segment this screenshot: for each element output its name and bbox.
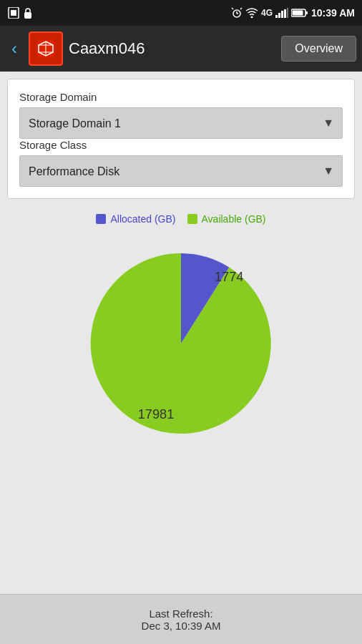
- allocated-color-box: [96, 214, 106, 224]
- battery-icon: [291, 8, 308, 18]
- svg-rect-9: [275, 15, 278, 18]
- app-title: Caaxm046: [69, 39, 275, 58]
- lock-icon: [23, 7, 33, 19]
- storage-domain-label: Storage Domain: [19, 91, 343, 103]
- status-icons-right: 4G 10:39 AM: [231, 7, 355, 19]
- storage-class-label: Storage Class: [19, 139, 343, 151]
- form-card: Storage Domain Storage Domain 1 ▼ Storag…: [7, 79, 355, 199]
- available-color-box: [187, 214, 197, 224]
- storage-class-field: Storage Class Performance Disk ▼: [19, 139, 343, 187]
- storage-domain-field: Storage Domain Storage Domain 1 ▼: [19, 91, 343, 139]
- sim-icon: [7, 7, 20, 19]
- top-nav-bar: ‹ Caaxm046 Overview: [0, 26, 362, 72]
- svg-rect-10: [278, 13, 280, 18]
- storage-domain-select[interactable]: Storage Domain 1: [19, 107, 343, 139]
- legend-allocated: Allocated (GB): [96, 213, 175, 225]
- svg-point-8: [251, 16, 253, 19]
- svg-rect-13: [287, 8, 288, 18]
- storage-domain-select-wrapper: Storage Domain 1 ▼: [19, 107, 343, 139]
- pie-chart-container: 1774 17981: [81, 243, 281, 444]
- wifi-icon: [245, 8, 258, 18]
- allocated-label: Allocated (GB): [110, 213, 175, 225]
- legend-available: Available (GB): [187, 213, 266, 225]
- svg-rect-2: [24, 12, 31, 19]
- svg-rect-12: [284, 9, 286, 18]
- chart-area: Allocated (GB) Available (GB) 1774 17981: [7, 206, 355, 458]
- available-value-label: 17981: [138, 407, 175, 421]
- last-refresh-label: Last Refresh:: [149, 608, 212, 620]
- svg-rect-11: [281, 11, 283, 18]
- svg-line-7: [240, 8, 242, 9]
- overview-button[interactable]: Overview: [281, 36, 356, 62]
- available-slice: [91, 253, 271, 434]
- signal-icon: [275, 8, 288, 18]
- available-label: Available (GB): [202, 213, 266, 225]
- status-icons-left: [7, 7, 33, 19]
- alarm-icon: [231, 7, 243, 19]
- allocated-value-label: 1774: [215, 270, 243, 284]
- last-refresh-value: Dec 3, 10:39 AM: [142, 620, 221, 632]
- svg-rect-15: [293, 11, 303, 16]
- chart-legend: Allocated (GB) Available (GB): [96, 213, 265, 225]
- status-bar: 4G 10:39 AM: [0, 0, 362, 26]
- main-content: Storage Domain Storage Domain 1 ▼ Storag…: [0, 72, 362, 465]
- svg-line-6: [232, 8, 233, 9]
- back-button[interactable]: ‹: [6, 36, 23, 62]
- svg-rect-16: [305, 11, 308, 14]
- footer: Last Refresh: Dec 3, 10:39 AM: [0, 594, 362, 644]
- app-logo: [29, 31, 63, 66]
- network-type: 4G: [261, 8, 273, 18]
- oracle-cube-icon: [34, 37, 57, 60]
- pie-chart-svg: 1774 17981: [81, 243, 281, 444]
- svg-rect-1: [11, 10, 16, 16]
- storage-class-select-wrapper: Performance Disk ▼: [19, 155, 343, 187]
- time-display: 10:39 AM: [311, 7, 355, 19]
- storage-class-select[interactable]: Performance Disk: [19, 155, 343, 187]
